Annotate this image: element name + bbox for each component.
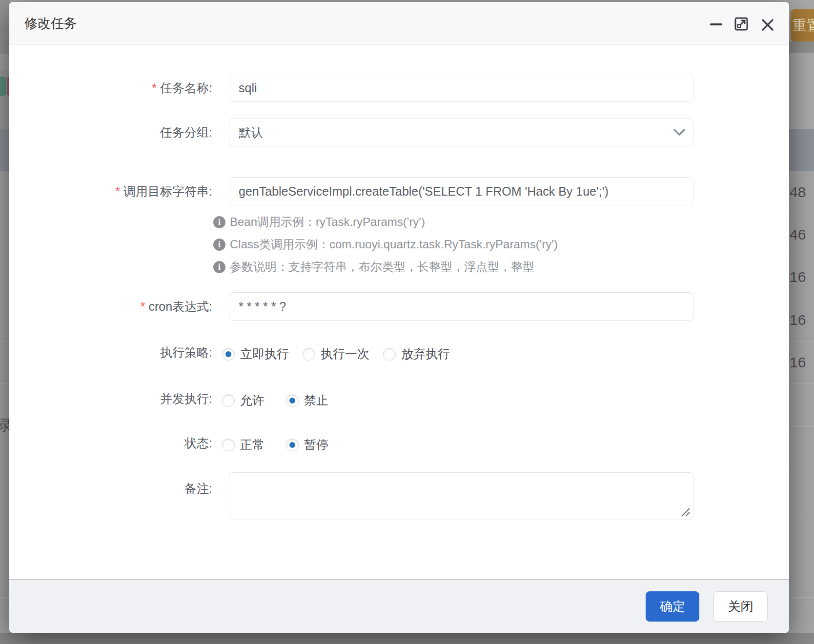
hint-class-example: i Class类调用示例：com.ruoyi.quartz.task.RyTas…: [213, 236, 558, 253]
invoke-target-label: *调用目标字符串:: [29, 177, 212, 205]
status-radio-group: 正常 暂停: [222, 437, 328, 453]
dialog-footer: 确定 关闭: [9, 579, 789, 633]
job-name-label: *任务名称:: [29, 74, 212, 102]
close-icon[interactable]: [761, 19, 774, 31]
cron-label: *cron表达式:: [29, 292, 212, 321]
concurrent-option-allow[interactable]: 允许: [222, 392, 265, 408]
concurrent-radio-group: 允许 禁止: [222, 392, 328, 408]
radio-circle[interactable]: [286, 394, 299, 407]
radio-circle[interactable]: [383, 348, 396, 361]
background-green-button-fragment: [0, 77, 6, 96]
required-marker: *: [115, 184, 120, 198]
chevron-down-icon: [673, 129, 685, 136]
cron-input[interactable]: [229, 292, 693, 321]
remark-label: 备注:: [29, 472, 212, 504]
background-table-header-fragment: [789, 129, 814, 171]
invoke-target-input[interactable]: [229, 177, 693, 205]
radio-circle[interactable]: [222, 394, 235, 407]
radio-circle[interactable]: [303, 348, 315, 361]
required-marker: *: [152, 81, 157, 95]
background-table-header-fragment: [0, 129, 9, 171]
status-label: 状态:: [29, 437, 212, 449]
background-band: [789, 41, 814, 53]
confirm-button[interactable]: 确定: [646, 591, 699, 622]
reset-button-fragment: 重置: [791, 9, 814, 41]
concurrent-label: 并发执行:: [29, 392, 212, 405]
table-cell-value: 46: [790, 213, 814, 256]
hint-bean-example: i Bean调用示例：ryTask.ryParams('ry'): [213, 214, 425, 230]
background-right-strip: 重置 48 46 16 16 16: [789, 0, 814, 633]
edit-task-dialog: 修改任务 *任务名称: 任务分组: 默认 *调用目标字符串:: [9, 2, 789, 633]
concurrent-option-forbid[interactable]: 禁止: [286, 392, 328, 408]
policy-option-immediate[interactable]: 立即执行: [222, 346, 289, 362]
job-group-select[interactable]: 默认: [229, 118, 693, 146]
dialog-title: 修改任务: [24, 2, 77, 45]
radio-circle[interactable]: [222, 348, 235, 361]
info-icon: i: [213, 216, 225, 228]
maximize-icon[interactable]: [734, 17, 748, 31]
radio-circle[interactable]: [222, 439, 235, 451]
dialog-header: 修改任务: [9, 2, 789, 45]
radio-circle[interactable]: [286, 439, 299, 451]
status-option-paused[interactable]: 暂停: [286, 437, 328, 453]
info-icon: i: [213, 239, 225, 251]
table-cell-value: 16: [790, 256, 814, 298]
close-button[interactable]: 关闭: [713, 591, 768, 622]
policy-option-once[interactable]: 执行一次: [303, 346, 369, 362]
background-panel-fragment: [789, 53, 814, 129]
job-name-input[interactable]: [229, 74, 693, 102]
background-band: [0, 0, 9, 55]
required-marker: *: [141, 300, 145, 313]
background-bottom-strip: [0, 633, 814, 644]
minimize-icon[interactable]: [710, 18, 722, 31]
policy-option-abandon[interactable]: 放弃执行: [383, 346, 450, 362]
table-cell-value: 16: [790, 341, 814, 383]
policy-label: 执行策略:: [29, 346, 212, 359]
background-partial-text: 录: [0, 416, 9, 436]
background-band: [0, 55, 9, 69]
status-option-normal[interactable]: 正常: [222, 437, 265, 453]
policy-radio-group: 立即执行 执行一次 放弃执行: [222, 346, 450, 362]
background-table-rows-fragment: [0, 171, 9, 633]
hint-param-types: i 参数说明：支持字符串，布尔类型，长整型，浮点型，整型: [213, 259, 534, 275]
background-left-sliver: 录: [0, 0, 9, 633]
job-group-label: 任务分组:: [29, 118, 212, 146]
remark-textarea[interactable]: [229, 472, 693, 520]
table-cell-value: 16: [790, 299, 814, 341]
job-group-selected-value: 默认: [239, 119, 263, 146]
info-icon: i: [213, 261, 225, 273]
table-cell-value: 48: [790, 171, 814, 213]
